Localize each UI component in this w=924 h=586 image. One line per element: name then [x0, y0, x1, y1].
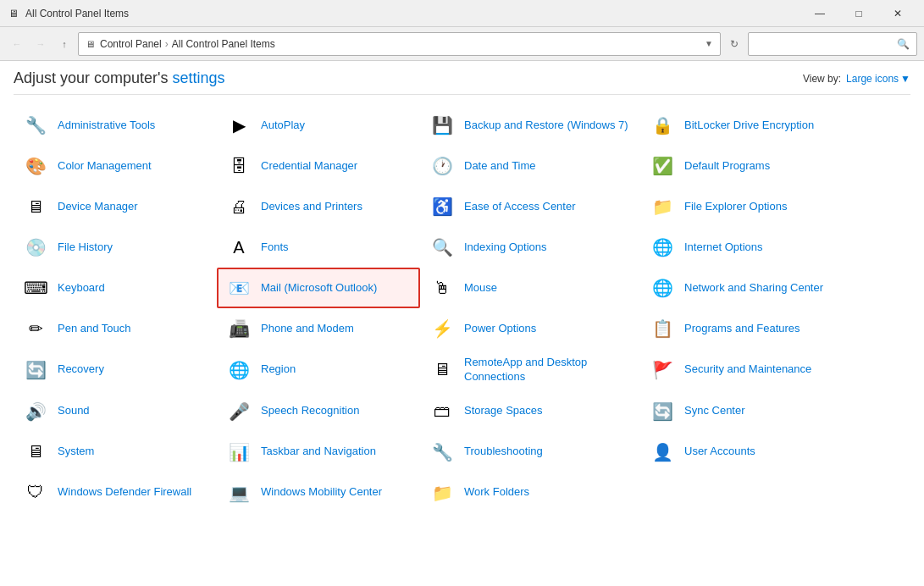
- grid-item-taskbar-nav[interactable]: 📊Taskbar and Navigation: [217, 432, 420, 473]
- grid-item-file-history[interactable]: 💿File History: [14, 227, 217, 268]
- icon-ease-access: ♿: [429, 193, 456, 220]
- icon-work-folders: 📁: [429, 479, 456, 506]
- grid-item-user-accounts[interactable]: 👤User Accounts: [640, 432, 860, 473]
- icon-backup-restore: 💾: [429, 112, 456, 139]
- address-bar[interactable]: 🖥 Control Panel › All Control Panel Item…: [78, 32, 721, 56]
- back-button[interactable]: ←: [7, 34, 27, 54]
- main-content: Adjust your computer's settings View by:…: [0, 61, 924, 522]
- grid-item-network-sharing[interactable]: 🌐Network and Sharing Center: [640, 268, 860, 308]
- grid-item-windows-mobility[interactable]: 💻Windows Mobility Center: [217, 473, 420, 513]
- icon-admin-tools: 🔧: [22, 112, 49, 139]
- label-sync-center: Sync Center: [684, 404, 745, 418]
- grid-item-internet-opts[interactable]: 🌐Internet Options: [640, 227, 860, 268]
- label-pen-touch: Pen and Touch: [58, 322, 131, 336]
- label-storage-spaces: Storage Spaces: [464, 404, 543, 418]
- grid-item-programs-features[interactable]: 📋Programs and Features: [640, 308, 860, 349]
- icon-sound: 🔊: [22, 398, 49, 425]
- icon-device-mgr: 🖥: [22, 193, 49, 220]
- search-input[interactable]: [755, 38, 897, 50]
- grid-item-color-mgmt[interactable]: 🎨Color Management: [14, 146, 217, 186]
- icon-power-opts: ⚡: [429, 315, 456, 342]
- label-file-history: File History: [58, 240, 113, 255]
- label-autoplay: AutoPlay: [261, 119, 305, 133]
- grid-item-power-opts[interactable]: ⚡Power Options: [420, 308, 640, 349]
- label-keyboard: Keyboard: [58, 281, 105, 296]
- grid-item-speech-recog[interactable]: 🎤Speech Recognition: [217, 391, 420, 432]
- grid-item-phone-modem[interactable]: 📠Phone and Modem: [217, 308, 420, 349]
- label-recovery: Recovery: [58, 362, 104, 377]
- grid-item-sound[interactable]: 🔊Sound: [14, 391, 217, 432]
- viewby-label: View by:: [803, 73, 841, 85]
- grid-item-troubleshooting[interactable]: 🔧Troubleshooting: [420, 432, 640, 473]
- label-sound: Sound: [58, 404, 90, 418]
- icon-phone-modem: 📠: [225, 315, 252, 342]
- label-default-programs: Default Programs: [684, 159, 770, 174]
- grid-item-default-programs[interactable]: ✅Default Programs: [640, 146, 860, 186]
- grid-item-pen-touch[interactable]: ✏Pen and Touch: [14, 308, 217, 349]
- app-icon: 🖥: [7, 7, 20, 20]
- grid-item-indexing-opts[interactable]: 🔍Indexing Options: [420, 227, 640, 268]
- close-button[interactable]: ✕: [878, 0, 917, 27]
- label-device-mgr: Device Manager: [58, 200, 138, 214]
- icon-windows-mobility: 💻: [225, 479, 252, 506]
- search-icon[interactable]: 🔍: [897, 38, 910, 50]
- label-work-folders: Work Folders: [464, 485, 529, 500]
- label-windows-defender: Windows Defender Firewall: [58, 485, 191, 500]
- maximize-button[interactable]: □: [839, 0, 878, 27]
- minimize-button[interactable]: —: [800, 0, 839, 27]
- breadcrumb-icon: 🖥: [86, 39, 95, 49]
- grid-item-system[interactable]: 🖥System: [14, 432, 217, 473]
- icon-windows-defender: 🛡: [22, 479, 49, 506]
- grid-item-fonts[interactable]: AFonts: [217, 227, 420, 268]
- viewby-value[interactable]: Large icons ▼: [846, 73, 910, 85]
- grid-item-windows-defender[interactable]: 🛡Windows Defender Firewall: [14, 473, 217, 513]
- grid-item-ease-access[interactable]: ♿Ease of Access Center: [420, 186, 640, 227]
- icon-system: 🖥: [22, 439, 49, 466]
- label-admin-tools: Administrative Tools: [58, 119, 155, 133]
- label-color-mgmt: Color Management: [58, 159, 152, 174]
- grid-item-storage-spaces[interactable]: 🗃Storage Spaces: [420, 391, 640, 432]
- grid-item-region[interactable]: 🌐Region: [217, 349, 420, 391]
- forward-button[interactable]: →: [30, 34, 51, 54]
- grid-item-remoteapp[interactable]: 🖥RemoteApp and Desktop Connections: [420, 349, 640, 391]
- grid-item-keyboard[interactable]: ⌨Keyboard: [14, 268, 217, 308]
- titlebar-controls: — □ ✕: [800, 0, 917, 27]
- address-dropdown-icon[interactable]: ▼: [705, 39, 713, 48]
- grid-item-mouse[interactable]: 🖱Mouse: [420, 268, 640, 308]
- grid-item-recovery[interactable]: 🔄Recovery: [14, 349, 217, 391]
- label-internet-opts: Internet Options: [684, 240, 763, 255]
- grid-item-admin-tools[interactable]: 🔧Administrative Tools: [14, 105, 217, 146]
- icon-security-maint: 🚩: [649, 357, 676, 384]
- icon-region: 🌐: [225, 357, 252, 384]
- grid-item-file-explorer-opts[interactable]: 📁File Explorer Options: [640, 186, 860, 227]
- grid-item-sync-center[interactable]: 🔄Sync Center: [640, 391, 860, 432]
- label-speech-recog: Speech Recognition: [261, 404, 359, 418]
- icon-autoplay: ▶: [225, 112, 252, 139]
- icon-sync-center: 🔄: [649, 398, 676, 425]
- grid-item-devices-printers[interactable]: 🖨Devices and Printers: [217, 186, 420, 227]
- search-bar: 🔍: [748, 32, 917, 56]
- refresh-button[interactable]: ↻: [724, 34, 744, 54]
- icon-bitlocker: 🔒: [649, 112, 676, 139]
- icon-storage-spaces: 🗃: [429, 398, 456, 425]
- titlebar-left: 🖥 All Control Panel Items: [7, 7, 129, 20]
- grid-item-credential-mgr[interactable]: 🗄Credential Manager: [217, 146, 420, 186]
- grid-item-backup-restore[interactable]: 💾Backup and Restore (Windows 7): [420, 105, 640, 146]
- up-button[interactable]: ↑: [54, 34, 75, 54]
- icon-taskbar-nav: 📊: [225, 439, 252, 466]
- items-grid: 🔧Administrative Tools▶AutoPlay💾Backup an…: [14, 105, 910, 513]
- grid-item-autoplay[interactable]: ▶AutoPlay: [217, 105, 420, 146]
- label-windows-mobility: Windows Mobility Center: [261, 485, 382, 500]
- grid-item-work-folders[interactable]: 📁Work Folders: [420, 473, 640, 513]
- icon-devices-printers: 🖨: [225, 193, 252, 220]
- grid-item-security-maint[interactable]: 🚩Security and Maintenance: [640, 349, 860, 391]
- grid-item-mail-outlook[interactable]: 📧Mail (Microsoft Outlook): [217, 268, 420, 308]
- titlebar-title: All Control Panel Items: [25, 8, 129, 19]
- grid-item-bitlocker[interactable]: 🔒BitLocker Drive Encryption: [640, 105, 860, 146]
- icon-default-programs: ✅: [649, 152, 676, 180]
- label-region: Region: [261, 362, 296, 377]
- icon-pen-touch: ✏: [22, 315, 49, 342]
- grid-item-device-mgr[interactable]: 🖥Device Manager: [14, 186, 217, 227]
- icon-keyboard: ⌨: [22, 274, 49, 301]
- grid-item-datetime[interactable]: 🕐Date and Time: [420, 146, 640, 186]
